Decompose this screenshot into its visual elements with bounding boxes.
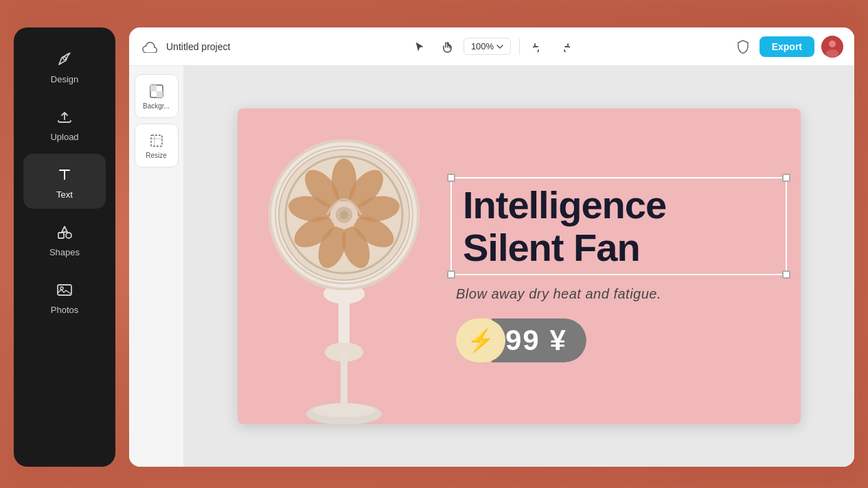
sidebar-item-text[interactable]: Text xyxy=(23,154,106,209)
zoom-level: 100% xyxy=(471,41,494,51)
cloud-icon xyxy=(140,37,159,56)
avatar xyxy=(821,36,843,58)
toolbar-center: 100% xyxy=(409,36,575,58)
main-area: Untitled project 100% xyxy=(129,27,854,467)
sidebar-item-upload-label: Upload xyxy=(50,132,78,142)
sidebar-item-upload[interactable]: Upload xyxy=(23,96,106,151)
fan-area xyxy=(238,108,471,424)
sidebar-item-text-label: Text xyxy=(56,189,73,200)
sidebar-item-design-label: Design xyxy=(51,74,78,84)
toolbar-divider xyxy=(519,38,520,55)
canvas-container[interactable]: Intelligence Silent Fan Blow away dry he… xyxy=(184,66,854,467)
toolbar-right: Export xyxy=(583,36,843,58)
svg-rect-11 xyxy=(151,135,162,146)
handle-top-right[interactable] xyxy=(782,174,790,182)
handle-bottom-right[interactable] xyxy=(782,270,790,279)
svg-point-32 xyxy=(313,404,375,417)
sidebar-item-photos[interactable]: Photos xyxy=(23,269,106,324)
sidebar: Design Upload Text Shapes xyxy=(14,27,115,467)
svg-point-26 xyxy=(340,211,348,219)
upload-icon xyxy=(54,106,76,128)
left-panel: Backgr... Resize xyxy=(129,66,184,467)
svg-point-7 xyxy=(826,49,838,58)
price-icon: ⚡ xyxy=(456,318,505,362)
handle-top-left[interactable] xyxy=(447,174,455,182)
sidebar-item-shapes-label: Shapes xyxy=(49,247,80,257)
text-content[interactable]: Intelligence Silent Fan Blow away dry he… xyxy=(450,129,787,410)
svg-rect-1 xyxy=(58,233,64,238)
canvas[interactable]: Intelligence Silent Fan Blow away dry he… xyxy=(238,108,801,424)
resize-panel-item[interactable]: Resize xyxy=(135,124,179,167)
shapes-icon xyxy=(54,221,76,243)
svg-rect-3 xyxy=(58,285,71,295)
sidebar-item-design[interactable]: Design xyxy=(23,38,106,93)
toolbar: Untitled project 100% xyxy=(129,27,854,66)
price-right: 99 ¥ xyxy=(492,318,586,362)
toolbar-left: Untitled project xyxy=(140,37,400,56)
svg-point-2 xyxy=(66,233,71,238)
svg-point-6 xyxy=(829,40,836,47)
handle-bottom-left[interactable] xyxy=(447,270,455,279)
design-icon xyxy=(54,48,76,70)
canvas-main-title: Intelligence Silent Fan xyxy=(463,184,775,268)
canvas-subtitle: Blow away dry heat and fatigue. xyxy=(450,286,661,302)
svg-rect-9 xyxy=(150,85,157,91)
select-tool-button[interactable] xyxy=(409,36,431,58)
export-button[interactable]: Export xyxy=(760,36,814,57)
svg-rect-28 xyxy=(339,294,350,349)
background-label: Backgr... xyxy=(143,102,170,110)
undo-button[interactable] xyxy=(528,36,549,57)
resize-label: Resize xyxy=(146,152,167,159)
text-icon xyxy=(54,163,76,185)
hand-tool-button[interactable] xyxy=(436,36,458,58)
zoom-control[interactable]: 100% xyxy=(464,38,511,55)
price-value: 99 ¥ xyxy=(505,324,567,357)
background-panel-item[interactable]: Backgr... xyxy=(135,74,179,118)
project-title: Untitled project xyxy=(166,41,230,52)
shield-icon xyxy=(733,37,753,56)
redo-button[interactable] xyxy=(554,36,575,57)
photos-icon xyxy=(54,279,76,301)
sidebar-item-photos-label: Photos xyxy=(51,305,78,315)
title-selection-box[interactable]: Intelligence Silent Fan xyxy=(450,177,787,275)
svg-point-0 xyxy=(63,57,66,60)
price-badge: ⚡ 99 ¥ xyxy=(456,318,586,362)
svg-rect-10 xyxy=(157,91,163,97)
canvas-area: Backgr... Resize xyxy=(129,66,854,467)
sidebar-item-shapes[interactable]: Shapes xyxy=(23,211,106,266)
